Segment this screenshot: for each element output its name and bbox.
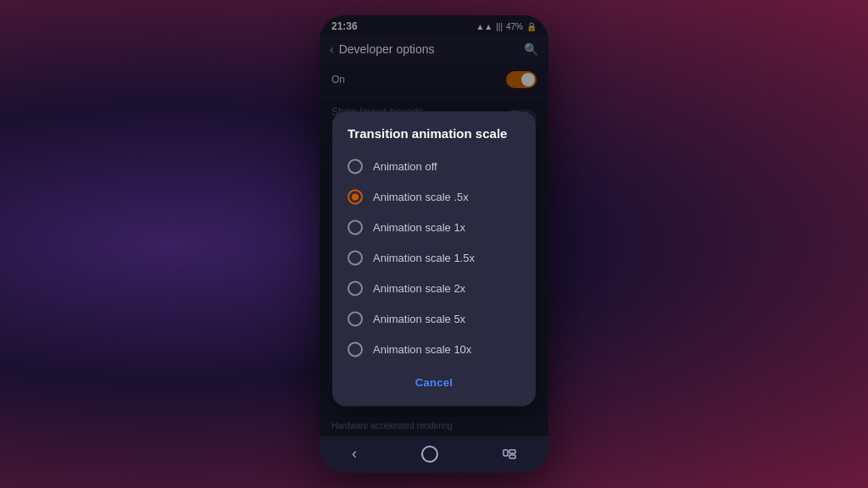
option-animation-15x[interactable]: Animation scale 1.5x [339,242,529,273]
radio-animation-10x [348,341,363,357]
option-animation-10x-label: Animation scale 10x [373,343,471,356]
radio-animation-05x [348,189,363,204]
radio-animation-off [348,158,363,174]
dialog-title: Transition animation scale [332,111,536,151]
recents-nav-icon[interactable] [503,447,516,461]
option-animation-05x[interactable]: Animation scale .5x [339,181,529,212]
option-animation-10x[interactable]: Animation scale 10x [339,334,529,364]
option-animation-off-label: Animation off [373,160,437,173]
radio-animation-15x [348,250,363,265]
radio-animation-1x [348,219,363,235]
option-animation-off[interactable]: Animation off [339,151,529,181]
radio-inner-animation-05x [352,193,359,200]
phone-frame: 21:36 ▲▲ ||| 47% 🔒 ‹ Developer options 🔍… [320,15,548,473]
svg-rect-2 [509,455,515,458]
option-animation-5x[interactable]: Animation scale 5x [339,303,529,334]
svg-rect-0 [504,450,508,456]
dialog-options-list: Animation off Animation scale .5x Animat… [332,151,536,364]
cancel-button[interactable]: Cancel [405,373,463,392]
option-animation-5x-label: Animation scale 5x [373,313,465,325]
back-nav-icon[interactable]: ‹ [352,445,357,463]
option-animation-1x[interactable]: Animation scale 1x [339,212,529,242]
bottom-nav: ‹ [320,436,548,473]
option-animation-05x-label: Animation scale .5x [373,191,469,203]
option-animation-15x-label: Animation scale 1.5x [373,252,475,264]
svg-rect-1 [509,450,515,453]
radio-animation-2x [348,280,363,296]
transition-animation-dialog: Transition animation scale Animation off… [332,111,536,406]
home-nav-icon[interactable] [421,446,438,463]
option-animation-1x-label: Animation scale 1x [373,221,465,234]
radio-animation-5x [348,311,363,326]
option-animation-2x[interactable]: Animation scale 2x [339,273,529,303]
dialog-footer: Cancel [332,364,536,406]
option-animation-2x-label: Animation scale 2x [373,282,465,295]
